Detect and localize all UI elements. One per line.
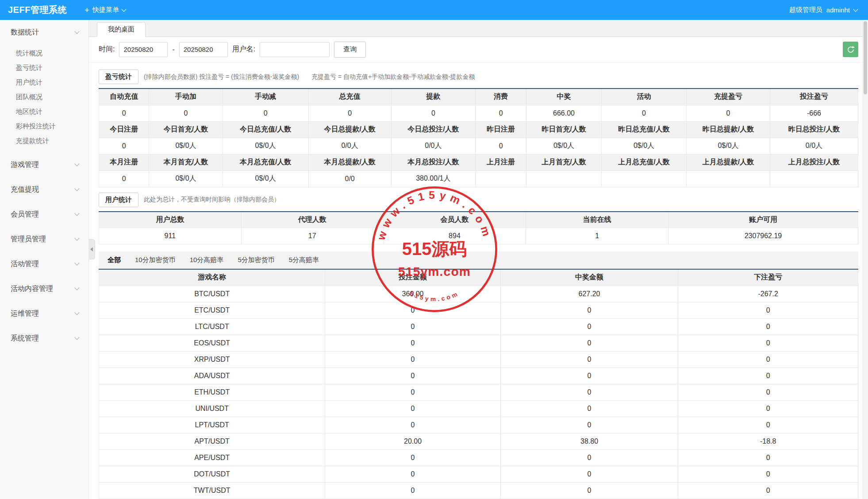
sidebar-group-6[interactable]: 活动管理 [0,251,88,276]
game-tab-3[interactable]: 10分高赔率 [184,254,229,266]
game-table-row: APE/USDT000 [99,449,858,466]
profit-cell: 中奖 [526,89,602,105]
profit-table-row: 自动充值手动加手动减总充值提款消费中奖活动充提盈亏投注盈亏 [99,89,858,105]
profit-cell: 0$/0人 [223,138,308,154]
sidebar-group-4[interactable]: 会员管理 [0,202,88,227]
sidebar-collapse-handle[interactable] [88,239,95,259]
search-button[interactable]: 查询 [334,42,366,58]
profit-cell: 投注盈亏 [770,89,858,105]
game-header-cell: 下注盈亏 [678,269,858,286]
profit-cell: 昨日总投注/人数 [770,121,858,138]
sidebar-item-2[interactable]: 盈亏统计 [0,60,88,75]
game-table-row: EOS/USDT000 [99,335,858,351]
user-menu[interactable]: 超级管理员 adminht [789,6,860,14]
sidebar-item-3[interactable]: 用户统计 [0,75,88,89]
game-cell: 0 [500,335,678,351]
app-root: JEFF管理系统 + 快捷菜单 超级管理员 adminht 数据统计统计概况盈亏… [0,0,868,499]
game-cell: 0 [500,351,678,367]
sidebar-group-2[interactable]: 游戏管理 [0,152,88,177]
sidebar-item-5[interactable]: 地区统计 [0,104,88,119]
user-section-title: 用户统计 [99,193,138,207]
game-cell: 0 [500,318,678,335]
profit-cell: 手动减 [223,89,308,105]
game-header-cell: 投注金额 [325,269,500,286]
game-cell: 0 [678,417,858,433]
game-cell: ADA/USDT [99,367,325,384]
profit-cell: 0 [601,105,686,121]
tab-my-desktop[interactable]: 我的桌面 [97,22,146,37]
user-name: adminht [826,6,850,14]
profit-section-note: (排除内部会员数据) 投注盈亏 = (投注消费金额-返奖金额) 充提盈亏 = 自… [144,73,475,81]
game-table-row: LTC/USDT000 [99,318,858,335]
profit-cell: 手动加 [149,89,223,105]
profit-cell [601,170,686,187]
quick-menu-button[interactable]: + 快捷菜单 [84,0,126,20]
sidebar-group-label: 系统管理 [11,334,39,343]
game-cell: UNI/USDT [99,400,325,417]
filter-bar: 时间: - 用户名: 查询 [89,37,868,62]
sidebar-item-7[interactable]: 充提款统计 [0,133,88,148]
chevron-down-icon [853,7,858,12]
sidebar-group-7[interactable]: 活动内容管理 [0,276,88,301]
date-range-dash: - [172,46,174,54]
game-cell: 0 [500,482,678,499]
game-tab-2[interactable]: 10分加密货币 [130,254,181,266]
sidebar-group-1[interactable]: 数据统计 [0,20,88,45]
sidebar-group-label: 管理员管理 [11,235,46,244]
date-from-input[interactable] [119,42,168,57]
profit-cell: 昨日总提款/人数 [687,121,770,138]
sidebar-group-label: 运维管理 [11,309,39,318]
game-cell: 0 [678,318,858,335]
sidebar-nav: 数据统计统计概况盈亏统计用户统计团队概况地区统计彩种投注统计充提款统计游戏管理充… [0,20,89,499]
game-table-header-row: 游戏名称投注金额中奖金额下注盈亏 [99,269,858,286]
chevron-down-icon [121,7,126,12]
profit-table-row: 000000666.0000-666 [99,105,858,121]
scrollbar-thumb[interactable] [864,21,867,94]
sidebar-item-6[interactable]: 彩种投注统计 [0,119,88,133]
scrollbar[interactable] [863,20,868,499]
profit-cell: 活动 [601,89,686,105]
game-header-cell: 中奖金额 [500,269,678,286]
game-cell: 0 [500,384,678,400]
game-table-row: LPT/USDT000 [99,417,858,433]
game-cell: 0 [678,367,858,384]
profit-cell: 今日注册 [99,121,149,138]
sidebar-group-5[interactable]: 管理员管理 [0,227,88,251]
game-cell: LPT/USDT [99,417,325,433]
user-value-cell: 1 [526,228,668,244]
game-cell: 0 [500,417,678,433]
sidebar-group-label: 活动管理 [11,259,39,269]
game-tab-1[interactable]: 全部 [102,254,126,266]
game-cell: 0 [678,335,858,351]
chevron-down-icon [74,161,79,166]
sidebar-item-1[interactable]: 统计概况 [0,46,88,60]
game-tab-4[interactable]: 5分加密货币 [232,254,280,266]
sidebar-item-4[interactable]: 团队概况 [0,89,88,104]
sidebar-group-8[interactable]: 运维管理 [0,301,88,326]
body-row: 数据统计统计概况盈亏统计用户统计团队概况地区统计彩种投注统计充提款统计游戏管理充… [0,20,868,499]
game-cell: 38.80 [500,433,678,449]
profit-cell: 0$/0人 [149,138,223,154]
main-area: 我的桌面 时间: - 用户名: 查询 [89,20,868,499]
sidebar-group-9[interactable]: 系统管理 [0,326,88,351]
profit-cell: 消费 [476,89,526,105]
sidebar-group-label: 数据统计 [11,28,39,37]
date-to-input[interactable] [179,42,228,57]
game-cell: 0 [678,400,858,417]
game-tab-5[interactable]: 5分高赔率 [284,254,324,266]
sidebar-group-3[interactable]: 充值提现 [0,177,88,202]
profit-cell: 上月首充/人数 [526,154,602,170]
profit-cell: 今日总充值/人数 [223,121,308,138]
chevron-down-icon [74,236,79,240]
profit-table: 自动充值手动加手动减总充值提款消费中奖活动充提盈亏投注盈亏000000666.0… [99,88,858,187]
profit-table-row: 今日注册今日首充/人数今日总充值/人数今日总提款/人数今日总投注/人数昨日注册昨… [99,121,858,138]
refresh-button[interactable] [843,42,858,57]
topbar: JEFF管理系统 + 快捷菜单 超级管理员 adminht [0,0,868,20]
game-cell: ETH/USDT [99,384,325,400]
game-table: 游戏名称投注金额中奖金额下注盈亏BTC/USDT360.00627.20-267… [99,269,858,499]
game-table-row: XRP/USDT000 [99,351,858,367]
user-role: 超级管理员 [789,6,822,14]
sidebar-group-label: 活动内容管理 [11,284,53,294]
game-table-row: DOT/USDT000 [99,466,858,482]
username-input[interactable] [260,42,330,57]
